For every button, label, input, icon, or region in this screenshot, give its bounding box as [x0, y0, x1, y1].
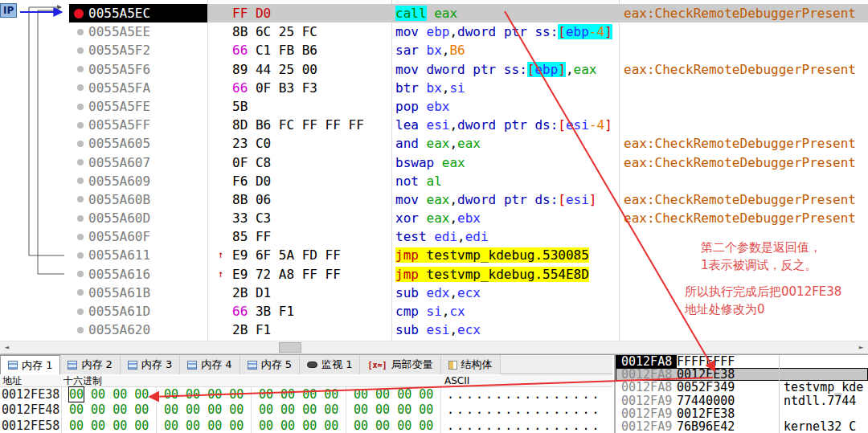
row-bullet-icon[interactable] [77, 29, 84, 35]
instruction-address[interactable]: 0055A5EC [69, 4, 207, 22]
tab-watch-1[interactable]: 监视 1 [300, 355, 360, 374]
instruction-text[interactable]: pop ebx [391, 97, 619, 116]
instruction-bytes[interactable]: 66 0F B3 F3 [207, 79, 391, 97]
row-bullet-icon[interactable] [77, 66, 84, 72]
stack-row[interactable]: 0012FA80012FE38 [616, 368, 868, 381]
instruction-text[interactable]: xor eax,ebx [391, 209, 619, 227]
instruction-address[interactable]: 0055A607 [69, 153, 207, 172]
dump-hex-group[interactable]: 00 00 00 00 [346, 402, 440, 418]
disasm-row[interactable]: 0055A5F266 C1 FB B6sar bx,B6 [0, 41, 868, 59]
instruction-bytes[interactable]: 89 44 25 00 [207, 60, 391, 79]
instruction-address[interactable]: 0055A609 [69, 172, 207, 190]
tab-struct[interactable]: 结构体 [441, 355, 501, 374]
tab-memory-1[interactable]: 内存 1 [0, 355, 60, 374]
tab-memory-3[interactable]: 内存 3 [121, 355, 180, 374]
instruction-bytes[interactable]: 5B [207, 97, 391, 116]
row-bullet-icon[interactable] [77, 122, 84, 129]
dump-row[interactable]: 0012FE3800 00 00 0000 00 00 0000 00 00 0… [0, 387, 612, 402]
instruction-bytes[interactable]: F6 D0 [207, 172, 391, 190]
disasm-row[interactable]: 0055A60523 C0and eax,eaxeax:CheckRemoteD… [0, 134, 868, 153]
instruction-text[interactable]: mov eax,dword ptr ds:[esi] [391, 190, 619, 209]
instruction-bytes[interactable]: 8D B6 FC FF FF FF [207, 116, 391, 134]
stack-row[interactable]: 0012FA80052F349testvmp_kde [616, 381, 868, 394]
instruction-text[interactable]: not al [391, 172, 619, 190]
row-bullet-icon[interactable] [77, 308, 84, 315]
dump-row[interactable]: 0012FE4800 00 00 0000 00 00 0000 00 00 0… [0, 402, 612, 418]
tab-memory-4[interactable]: 内存 4 [180, 355, 240, 374]
instruction-bytes[interactable]: 8B 06 [207, 190, 391, 209]
disasm-row[interactable]: 0055A5F689 44 25 00mov dword ptr ss:[ebp… [0, 60, 868, 79]
disasm-row[interactable]: 0055A5FA66 0F B3 F3btr bx,si [0, 79, 868, 97]
row-bullet-icon[interactable] [77, 84, 84, 91]
instruction-bytes[interactable]: 66 C1 FB B6 [207, 41, 391, 59]
instruction-address[interactable]: 0055A61B [69, 284, 207, 302]
instruction-address[interactable]: 0055A616 [69, 265, 207, 284]
stack-row[interactable]: 0012FA90012FE38 [616, 407, 868, 420]
horizontal-scrollbar[interactable]: ◄ ► [0, 341, 868, 354]
dump-hex-group[interactable]: 00 00 00 00 [61, 387, 156, 402]
instruction-text[interactable]: call eax [391, 4, 619, 22]
dump-hex-group[interactable]: 00 00 00 00 [61, 419, 156, 433]
instruction-bytes[interactable]: 2B D1 [207, 284, 391, 302]
scroll-left-icon[interactable]: ◄ [0, 341, 14, 353]
instruction-bytes[interactable]: 23 C0 [207, 134, 391, 153]
instruction-address[interactable]: 0055A605 [69, 134, 207, 153]
instruction-address[interactable]: 0055A5F6 [69, 60, 207, 79]
dump-hex-group[interactable]: 00 00 00 00 [156, 387, 251, 402]
disasm-row[interactable]: 0055A6070F C8bswap eaxeax:CheckRemoteDeb… [0, 153, 868, 172]
breakpoint-dot[interactable] [74, 9, 84, 18]
dump-hex-group[interactable]: 00 00 00 00 [156, 419, 251, 433]
selected-byte[interactable]: 00 [69, 387, 84, 402]
instruction-text[interactable]: btr bx,si [391, 79, 619, 97]
row-bullet-icon[interactable] [77, 47, 84, 54]
instruction-text[interactable]: test edi,edi [391, 227, 619, 246]
stack-pane[interactable]: 0012FA8FFFFFFFF0012FA80012FE380012FA8005… [614, 355, 868, 433]
disasm-row[interactable]: 0055A5FE5Bpop ebx [0, 97, 868, 116]
dump-hex-group[interactable]: 00 00 00 00 [346, 419, 440, 433]
scroll-right-icon[interactable]: ► [854, 341, 868, 353]
dump-hex-group[interactable]: 00 00 00 00 [156, 402, 251, 418]
row-bullet-icon[interactable] [77, 289, 84, 296]
instruction-address[interactable]: 0055A61D [69, 302, 207, 321]
instruction-bytes[interactable]: 85 FF [207, 227, 391, 246]
row-bullet-icon[interactable] [77, 327, 84, 333]
instruction-text[interactable]: sar bx,B6 [391, 41, 619, 59]
instruction-address[interactable]: 0055A5F2 [69, 41, 207, 59]
row-bullet-icon[interactable] [77, 178, 84, 184]
disasm-row[interactable]: 0055A609F6 D0not al [0, 172, 868, 190]
instruction-address[interactable]: 0055A60D [69, 209, 207, 227]
memory-dump-pane[interactable]: 地址 十六进制 ASCII 0012FE3800 00 00 0000 00 0… [0, 375, 612, 433]
dump-hex-group[interactable]: 00 00 00 00 [61, 402, 156, 418]
instruction-text[interactable]: mov ebp,dword ptr ss:[ebp-4] [391, 22, 619, 41]
disasm-row[interactable]: 0055A5EE8B 6C 25 FCmov ebp,dword ptr ss:… [0, 22, 868, 41]
row-bullet-icon[interactable] [77, 252, 84, 259]
tab-bar[interactable]: 内存 1内存 2内存 3内存 4内存 5监视 1[x=]局部变量结构体 [0, 355, 612, 374]
tab-locals[interactable]: [x=]局部变量 [360, 355, 440, 374]
instruction-address[interactable]: 0055A5FE [69, 97, 207, 116]
row-bullet-icon[interactable] [77, 159, 84, 165]
row-bullet-icon[interactable] [77, 234, 84, 240]
instruction-text[interactable]: jmp testvmp_kdebug.554E8D [391, 265, 619, 284]
instruction-address[interactable]: 0055A5FF [69, 116, 207, 134]
instruction-text[interactable]: mov dword ptr ss:[ebp],eax [391, 60, 619, 79]
instruction-address[interactable]: 0055A611 [69, 246, 207, 264]
dump-hex-group[interactable]: 00 00 00 00 [251, 419, 346, 433]
dump-hex-group[interactable]: 00 00 00 00 [251, 402, 346, 418]
instruction-bytes[interactable]: 8B 6C 25 FC [207, 22, 391, 41]
instruction-bytes[interactable]: ↑E9 6F 5A FD FF [207, 246, 391, 264]
instruction-bytes[interactable]: ↑E9 72 A8 FF FF [207, 265, 391, 284]
instruction-address[interactable]: 0055A5EE [69, 22, 207, 41]
instruction-text[interactable]: sub edx,ecx [391, 284, 619, 302]
dump-row[interactable]: 0012FE5800 00 00 0000 00 00 0000 00 00 0… [0, 419, 612, 433]
dump-hex-group[interactable]: 00 00 00 00 [251, 387, 346, 402]
tab-memory-5[interactable]: 内存 5 [240, 355, 300, 374]
instruction-text[interactable]: bswap eax [391, 153, 619, 172]
scrollbar-thumb[interactable] [279, 342, 301, 353]
stack-row[interactable]: 0012FA8FFFFFFFF [616, 355, 868, 368]
instruction-bytes[interactable]: 0F C8 [207, 153, 391, 172]
stack-row[interactable]: 0012FA977440000ntdll.7744 [616, 394, 868, 407]
disasm-row[interactable]: 0055A5ECFF D0call eaxeax:CheckRemoteDebu… [0, 4, 868, 22]
instruction-address[interactable]: 0055A60B [69, 190, 207, 209]
instruction-text[interactable]: jmp testvmp_kdebug.530085 [391, 246, 619, 264]
disasm-row[interactable]: 0055A5FF8D B6 FC FF FF FFlea esi,dword p… [0, 116, 868, 134]
